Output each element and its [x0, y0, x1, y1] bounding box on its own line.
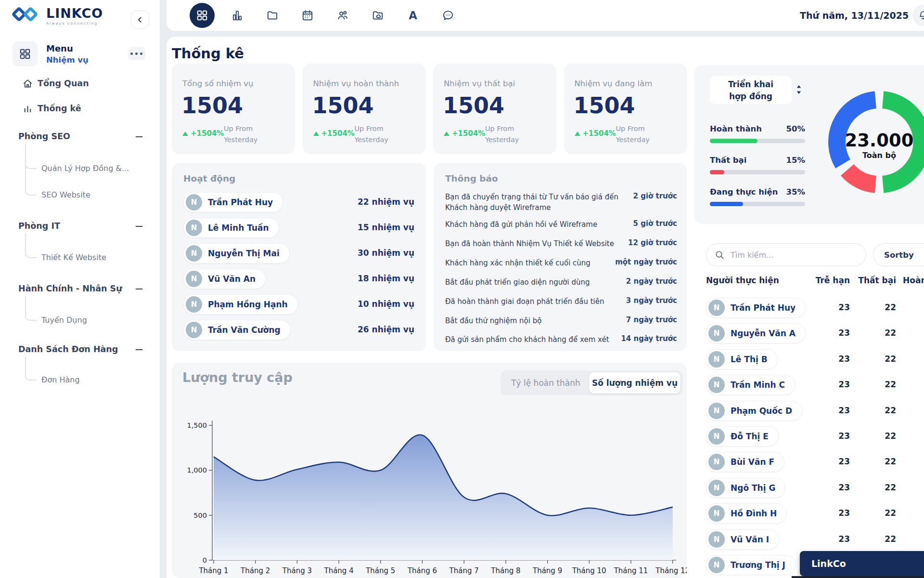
performer-row[interactable]: NNgô Thị G: [706, 478, 785, 498]
x-tick-label: Tháng 3: [282, 566, 312, 575]
task-count: 30 nhiệm vụ: [358, 248, 414, 258]
sidebar-section-label[interactable]: Phòng IT: [18, 221, 60, 231]
performer-row[interactable]: NTrần Phát Huy: [706, 298, 806, 318]
notification-item[interactable]: Bạn đã chuyển trạng thái từ Tư vấn báo g…: [445, 192, 677, 213]
performer-row[interactable]: NTrương Thị J: [706, 555, 796, 575]
sidebar-subitem[interactable]: SEO Website: [41, 190, 90, 199]
performer-row[interactable]: NBùi Văn F: [706, 452, 784, 472]
sidebar-collapse-button[interactable]: [131, 11, 149, 29]
delta-value: +1504%: [452, 129, 485, 138]
stat-card-value: 1504: [574, 94, 635, 117]
notification-item[interactable]: Khách hàng xác nhận thiết kế cuối cùngmộ…: [445, 258, 677, 268]
x-tick-label: Tháng 6: [407, 566, 437, 575]
stat-card-delta: +1504%: [575, 129, 616, 138]
stat-card-delta: +1504%: [182, 129, 224, 138]
sidebar-item-tong-quan[interactable]: Tổng Quan: [0, 76, 160, 92]
topbar-grid-icon[interactable]: [190, 3, 215, 28]
topbar-users-icon[interactable]: [330, 3, 355, 28]
sidebar-section-label[interactable]: Hành Chính - Nhân Sự: [18, 284, 122, 293]
notification-item[interactable]: Bắt đầu phát triển giao diện người dùng2…: [445, 277, 677, 288]
late-count: 23: [821, 302, 850, 312]
collapse-section-button[interactable]: —: [134, 344, 144, 354]
sidebar-subitem[interactable]: Quản Lý Hợp Đồng &...: [41, 164, 129, 173]
late-count: 23: [821, 483, 850, 492]
performer-row[interactable]: NĐỗ Thị E: [706, 426, 779, 447]
performer-row[interactable]: NLê Thị B: [706, 349, 778, 369]
collapse-section-button[interactable]: —: [134, 131, 144, 141]
topbar-ads-icon[interactable]: A: [400, 3, 425, 28]
activity-panel: Hoạt động NTrần Phát Huy22 nhiệm vụNLê M…: [172, 163, 426, 351]
stat-card-delta: +1504%: [313, 129, 355, 138]
activity-person[interactable]: NLê Minh Tuấn: [183, 218, 279, 238]
late-count: 23: [821, 457, 850, 466]
stat-card-note: Up FromYesterday: [224, 123, 257, 145]
notification-item[interactable]: Bạn đã hoàn thành Nhiệm Vụ Thiết kế Webs…: [445, 238, 677, 249]
performer-row[interactable]: NTrần Minh C: [706, 375, 795, 395]
activity-person[interactable]: NNguyễn Thị Mai: [183, 243, 290, 263]
topbar-bar-chart-icon[interactable]: [225, 3, 250, 28]
avatar: N: [708, 505, 725, 522]
sidebar-item-label: Thống kê: [38, 104, 81, 113]
topbar-folder-cloud-icon[interactable]: [365, 3, 390, 28]
activity-person[interactable]: NVũ Văn An: [183, 269, 266, 289]
collapse-section-button[interactable]: —: [134, 221, 144, 230]
brand-logo[interactable]: LINKCO Always connecting: [12, 6, 103, 26]
linkco-logo-icon: [12, 6, 41, 26]
x-tick-label: Tháng 1: [198, 566, 228, 575]
activity-person[interactable]: NTrần Văn Cường: [183, 320, 291, 340]
notification-item[interactable]: Đã gửi sản phẩm cho khách hàng để xem xé…: [445, 334, 677, 345]
activity-person[interactable]: NTrần Phát Huy: [183, 192, 283, 212]
avatar: N: [708, 454, 725, 470]
note-line: Up From: [485, 123, 519, 134]
performer-name: Trương Thị J: [731, 560, 785, 570]
notification-text: Khách hàng đã gửi phản hồi về Wireframe: [445, 219, 624, 230]
sidebar-section-label[interactable]: Danh Sách Đơn Hàng: [18, 344, 118, 354]
sort-arrows-icon[interactable]: [794, 84, 804, 95]
trend-up-icon: [182, 131, 188, 136]
topbar-folder-icon[interactable]: [260, 3, 285, 28]
person-name: Phạm Hồng Hạnh: [208, 300, 288, 309]
trend-up-icon: [575, 131, 580, 136]
tree-connector: [25, 296, 37, 321]
x-tick-label: Tháng 9: [532, 566, 562, 575]
bottom-edge: [792, 576, 924, 578]
performer-row[interactable]: NNguyễn Văn A: [706, 323, 806, 343]
collapse-section-button[interactable]: —: [134, 284, 144, 293]
sidebar-subitem[interactable]: Đơn Hàng: [41, 375, 80, 384]
menu-more-button[interactable]: •••: [128, 47, 145, 60]
performer-row[interactable]: NVũ Văn I: [706, 529, 779, 550]
menu-subtitle[interactable]: Nhiệm vụ: [46, 55, 89, 65]
performer-name: Ngô Thị G: [731, 483, 775, 493]
menu-grid-icon[interactable]: [13, 41, 38, 66]
bell-icon: [918, 10, 924, 21]
sidebar-item-thong-ke[interactable]: Thống kê: [0, 101, 160, 118]
topbar-calendar-icon[interactable]: [295, 3, 320, 28]
performer-row[interactable]: NHồ Đình H: [706, 503, 787, 524]
sidebar-subitem[interactable]: Thiết Kế Website: [41, 253, 106, 262]
traffic-area-chart: 05001,0001,500Tháng 1Tháng 2Tháng 3Tháng…: [172, 363, 687, 578]
performer-row[interactable]: NPhạm Quốc D: [706, 401, 802, 421]
sidebar-subitem[interactable]: Tuyển Dụng: [41, 315, 87, 325]
sidebar: LINKCO Always connecting Menu Nhiệm vụ •…: [0, 0, 160, 578]
svg-text:A: A: [409, 9, 417, 22]
notification-item[interactable]: Khách hàng đã gửi phản hồi về Wireframe5…: [445, 219, 677, 230]
notifications-bell-button[interactable]: [912, 5, 924, 26]
notification-text: Bạn đã hoàn thành Nhiệm Vụ Thiết kế Webs…: [445, 238, 624, 249]
stats-icon: [22, 103, 33, 114]
avatar: N: [186, 245, 202, 262]
notification-item[interactable]: Đã hoàn thành giai đoạn phát triển đầu t…: [445, 296, 677, 307]
late-count: 23: [821, 380, 850, 389]
sidebar-section-label[interactable]: Phòng SEO: [18, 131, 70, 141]
activity-person[interactable]: NPhạm Hồng Hạnh: [183, 294, 298, 315]
sortby-button[interactable]: Sortby: [873, 243, 924, 266]
topbar: A Thứ năm, 13/11/2025 VI EN Xin chào, L: [167, 0, 924, 31]
stat-card-title: Nhiệm vụ đang làm: [575, 79, 653, 88]
stat-card: Nhiệm vụ đang làm1504+1504%Up FromYester…: [564, 64, 687, 154]
late-count: 23: [821, 406, 850, 415]
stat-card-note: Up FromYesterday: [485, 123, 519, 145]
topbar-chat-icon[interactable]: [436, 3, 461, 28]
avatar: N: [186, 194, 202, 210]
notification-item[interactable]: Bắt đầu thử nghiệm nội bộ7 ngày trước: [445, 315, 677, 326]
search-input[interactable]: [730, 244, 860, 265]
y-tick-label: 500: [193, 512, 207, 519]
